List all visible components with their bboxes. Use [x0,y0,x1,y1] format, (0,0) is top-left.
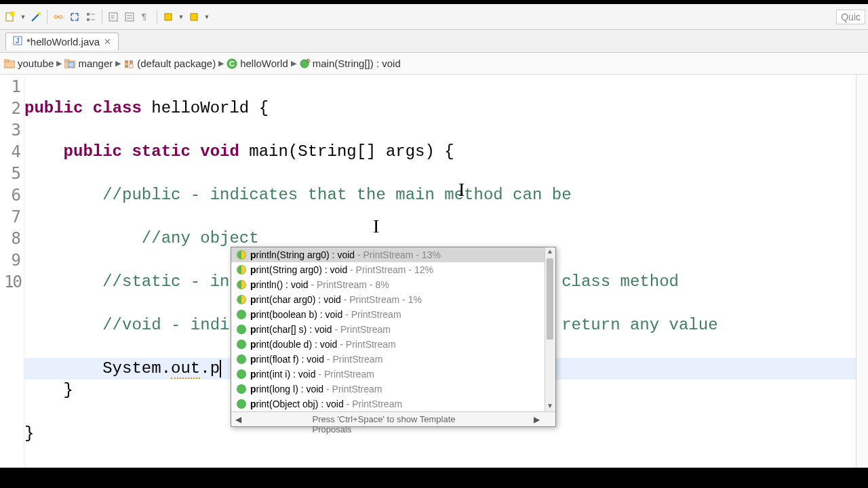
method-icon [237,399,246,409]
autocomplete-signature: print(float f) : void - PrintStream [250,354,382,365]
autocomplete-scrollbar[interactable]: ▲ ▼ [545,247,555,411]
autocomplete-signature: print(char arg0) : void - PrintStream - … [250,294,422,305]
breadcrumb-bar[interactable]: youtube ▶ manger ▶ (default package) ▶ C… [0,53,868,75]
autocomplete-list[interactable]: println(String arg0) : void - PrintStrea… [231,247,555,411]
scroll-up-icon[interactable]: ▲ [545,247,555,257]
svg-point-37 [237,310,245,319]
tab-title: *helloWorld.java [26,36,100,47]
editor-tab[interactable]: J *helloWorld.java ✕ [5,33,119,50]
autocomplete-item[interactable]: print(String arg0) : void - PrintStream … [231,262,555,277]
breadcrumb-method[interactable]: S main(String[]) : void [299,58,401,69]
svg-rect-17 [191,14,197,20]
autocomplete-hint: Press 'Ctrl+Space' to show Template Prop… [313,414,475,434]
breadcrumb-package[interactable]: (default package) [123,58,216,69]
method-icon [237,295,246,304]
breadcrumb-class[interactable]: C helloWorld [226,58,288,69]
method-icon [237,325,246,334]
dropdown-icon[interactable]: ▼ [20,10,26,24]
autocomplete-signature: print(long l) : void - PrintStream [250,384,382,394]
method-icon [237,280,246,289]
autocomplete-item[interactable]: println(String arg0) : void - PrintStrea… [231,247,555,262]
chevron-right-icon[interactable]: ▶ [530,415,543,424]
whitespace-button[interactable]: ¶ [139,10,153,24]
wizard-button[interactable] [29,10,43,24]
breadcrumb-label: manger [78,58,113,69]
svg-text:¶: ¶ [142,12,146,22]
svg-rect-27 [125,64,128,68]
method-icon [237,384,246,394]
chevron-right-icon: ▶ [291,59,296,68]
svg-point-43 [237,400,245,408]
method-icon: S [299,58,310,69]
autocomplete-item[interactable]: print(Object obj) : void - PrintStream [231,396,555,411]
scroll-thumb[interactable] [547,258,553,340]
method-icon [237,369,246,379]
link-button[interactable] [52,10,65,24]
svg-text:=: = [111,14,115,21]
svg-rect-1 [10,12,14,16]
autocomplete-item[interactable]: print(char arg0) : void - PrintStream - … [231,292,555,307]
next-annotation-button[interactable] [187,10,201,24]
breadcrumb-folder[interactable]: manger [64,58,113,69]
svg-rect-25 [125,60,128,64]
scroll-down-icon[interactable]: ▼ [545,402,555,411]
package-icon [123,58,134,69]
annotation-button[interactable] [161,10,175,24]
svg-rect-23 [64,60,69,62]
toolbar-separator [157,9,157,24]
autocomplete-item[interactable]: print(float f) : void - PrintStream [231,352,555,367]
autocomplete-signature: print(char[] s) : void - PrintStream [250,324,391,335]
chevron-right-icon: ▶ [56,59,62,68]
autocomplete-signature: print(Object obj) : void - PrintStream [250,399,402,409]
java-file-icon: J [13,36,22,47]
new-button[interactable] [3,10,17,24]
ibeam-cursor-icon: I [373,216,379,237]
chevron-left-icon[interactable]: ◀ [231,415,245,424]
autocomplete-item[interactable]: print(int i) : void - PrintStream [231,367,555,382]
dropdown-icon[interactable]: ▼ [178,10,184,24]
line-number-gutter: 12345678910 [0,75,24,468]
autocomplete-item[interactable]: println() : void - PrintStream - 8% [231,277,555,292]
svg-point-39 [237,340,245,348]
close-tab-icon[interactable]: ✕ [104,37,111,47]
overview-ruler[interactable] [856,75,868,468]
editor-tabbar: J *helloWorld.java ✕ [0,30,868,53]
svg-point-2 [38,12,41,15]
window-bottom-border [0,468,868,488]
svg-point-41 [237,370,245,378]
svg-rect-6 [87,13,90,16]
outline-button[interactable] [84,10,98,24]
svg-rect-21 [4,60,9,62]
text-cursor [220,360,221,378]
autocomplete-item[interactable]: print(double d) : void - PrintStream [231,337,555,352]
breadcrumb-project[interactable]: youtube [4,58,54,69]
autocomplete-signature: print(boolean b) : void - PrintStream [250,309,401,320]
chevron-right-icon: ▶ [218,59,224,68]
method-icon [237,250,246,260]
method-icon [237,310,246,319]
toggle-mark-button[interactable]: = [106,10,120,24]
svg-rect-12 [125,13,134,21]
svg-text:J: J [16,37,20,45]
svg-text:S: S [307,58,310,64]
autocomplete-item[interactable]: print(boolean b) : void - PrintStream [231,307,555,322]
class-icon: C [226,58,237,69]
block-button[interactable] [123,10,136,24]
quick-access-input[interactable]: Quic [836,9,865,24]
ibeam-cursor-icon: I [458,179,465,201]
autocomplete-popup: println(String arg0) : void - PrintStrea… [231,247,556,427]
svg-rect-24 [68,62,74,67]
method-icon [237,265,246,274]
dropdown-icon[interactable]: ▼ [203,10,210,24]
autocomplete-signature: print(String arg0) : void - PrintStream … [250,264,433,275]
autocomplete-item[interactable]: print(char[] s) : void - PrintStream [231,322,555,337]
autocomplete-signature: print(double d) : void - PrintStream [250,339,396,350]
svg-text:C: C [229,60,235,68]
breadcrumb-label: (default package) [137,58,216,69]
autocomplete-item[interactable]: print(long l) : void - PrintStream [231,382,555,396]
svg-rect-28 [130,64,133,68]
expand-button[interactable] [68,10,81,24]
autocomplete-signature: println(String arg0) : void - PrintStrea… [250,249,441,260]
toolbar-separator [102,9,102,24]
toolbar-separator [47,9,47,24]
